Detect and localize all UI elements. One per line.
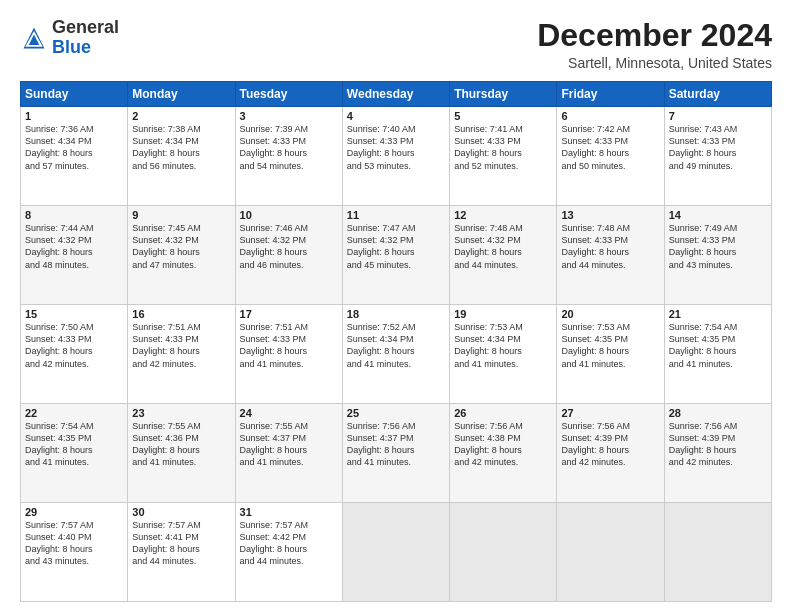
day-number: 30 — [132, 506, 230, 518]
day-cell: 15Sunrise: 7:50 AM Sunset: 4:33 PM Dayli… — [21, 305, 128, 404]
day-info: Sunrise: 7:56 AM Sunset: 4:38 PM Dayligh… — [454, 420, 552, 469]
day-number: 2 — [132, 110, 230, 122]
logo-icon — [20, 24, 48, 52]
day-info: Sunrise: 7:56 AM Sunset: 4:39 PM Dayligh… — [669, 420, 767, 469]
day-cell: 30Sunrise: 7:57 AM Sunset: 4:41 PM Dayli… — [128, 503, 235, 602]
day-number: 10 — [240, 209, 338, 221]
logo: General Blue — [20, 18, 119, 58]
day-info: Sunrise: 7:39 AM Sunset: 4:33 PM Dayligh… — [240, 123, 338, 172]
day-info: Sunrise: 7:40 AM Sunset: 4:33 PM Dayligh… — [347, 123, 445, 172]
day-cell: 18Sunrise: 7:52 AM Sunset: 4:34 PM Dayli… — [342, 305, 449, 404]
day-number: 31 — [240, 506, 338, 518]
day-cell: 2Sunrise: 7:38 AM Sunset: 4:34 PM Daylig… — [128, 107, 235, 206]
day-cell: 27Sunrise: 7:56 AM Sunset: 4:39 PM Dayli… — [557, 404, 664, 503]
col-header-saturday: Saturday — [664, 82, 771, 107]
day-cell: 17Sunrise: 7:51 AM Sunset: 4:33 PM Dayli… — [235, 305, 342, 404]
day-cell: 12Sunrise: 7:48 AM Sunset: 4:32 PM Dayli… — [450, 206, 557, 305]
day-cell: 31Sunrise: 7:57 AM Sunset: 4:42 PM Dayli… — [235, 503, 342, 602]
day-number: 22 — [25, 407, 123, 419]
day-cell: 28Sunrise: 7:56 AM Sunset: 4:39 PM Dayli… — [664, 404, 771, 503]
day-number: 4 — [347, 110, 445, 122]
day-info: Sunrise: 7:46 AM Sunset: 4:32 PM Dayligh… — [240, 222, 338, 271]
day-cell: 6Sunrise: 7:42 AM Sunset: 4:33 PM Daylig… — [557, 107, 664, 206]
day-cell: 10Sunrise: 7:46 AM Sunset: 4:32 PM Dayli… — [235, 206, 342, 305]
day-cell: 21Sunrise: 7:54 AM Sunset: 4:35 PM Dayli… — [664, 305, 771, 404]
day-number: 12 — [454, 209, 552, 221]
day-cell — [557, 503, 664, 602]
calendar-table: SundayMondayTuesdayWednesdayThursdayFrid… — [20, 81, 772, 602]
day-number: 8 — [25, 209, 123, 221]
day-number: 21 — [669, 308, 767, 320]
day-cell — [664, 503, 771, 602]
calendar-header-row: SundayMondayTuesdayWednesdayThursdayFrid… — [21, 82, 772, 107]
day-info: Sunrise: 7:51 AM Sunset: 4:33 PM Dayligh… — [132, 321, 230, 370]
day-info: Sunrise: 7:43 AM Sunset: 4:33 PM Dayligh… — [669, 123, 767, 172]
day-cell: 26Sunrise: 7:56 AM Sunset: 4:38 PM Dayli… — [450, 404, 557, 503]
col-header-sunday: Sunday — [21, 82, 128, 107]
day-info: Sunrise: 7:57 AM Sunset: 4:42 PM Dayligh… — [240, 519, 338, 568]
day-cell — [342, 503, 449, 602]
col-header-thursday: Thursday — [450, 82, 557, 107]
week-row-3: 15Sunrise: 7:50 AM Sunset: 4:33 PM Dayli… — [21, 305, 772, 404]
day-number: 23 — [132, 407, 230, 419]
week-row-5: 29Sunrise: 7:57 AM Sunset: 4:40 PM Dayli… — [21, 503, 772, 602]
day-info: Sunrise: 7:36 AM Sunset: 4:34 PM Dayligh… — [25, 123, 123, 172]
day-number: 27 — [561, 407, 659, 419]
day-info: Sunrise: 7:55 AM Sunset: 4:37 PM Dayligh… — [240, 420, 338, 469]
day-number: 11 — [347, 209, 445, 221]
day-info: Sunrise: 7:45 AM Sunset: 4:32 PM Dayligh… — [132, 222, 230, 271]
day-cell: 11Sunrise: 7:47 AM Sunset: 4:32 PM Dayli… — [342, 206, 449, 305]
main-title: December 2024 — [537, 18, 772, 53]
col-header-wednesday: Wednesday — [342, 82, 449, 107]
day-number: 15 — [25, 308, 123, 320]
day-number: 5 — [454, 110, 552, 122]
col-header-tuesday: Tuesday — [235, 82, 342, 107]
day-info: Sunrise: 7:56 AM Sunset: 4:39 PM Dayligh… — [561, 420, 659, 469]
day-cell: 3Sunrise: 7:39 AM Sunset: 4:33 PM Daylig… — [235, 107, 342, 206]
day-number: 18 — [347, 308, 445, 320]
day-cell: 16Sunrise: 7:51 AM Sunset: 4:33 PM Dayli… — [128, 305, 235, 404]
day-info: Sunrise: 7:56 AM Sunset: 4:37 PM Dayligh… — [347, 420, 445, 469]
day-cell: 19Sunrise: 7:53 AM Sunset: 4:34 PM Dayli… — [450, 305, 557, 404]
day-number: 9 — [132, 209, 230, 221]
day-cell — [450, 503, 557, 602]
day-cell: 5Sunrise: 7:41 AM Sunset: 4:33 PM Daylig… — [450, 107, 557, 206]
day-number: 29 — [25, 506, 123, 518]
day-cell: 9Sunrise: 7:45 AM Sunset: 4:32 PM Daylig… — [128, 206, 235, 305]
day-info: Sunrise: 7:42 AM Sunset: 4:33 PM Dayligh… — [561, 123, 659, 172]
day-cell: 20Sunrise: 7:53 AM Sunset: 4:35 PM Dayli… — [557, 305, 664, 404]
day-cell: 1Sunrise: 7:36 AM Sunset: 4:34 PM Daylig… — [21, 107, 128, 206]
day-number: 24 — [240, 407, 338, 419]
day-info: Sunrise: 7:57 AM Sunset: 4:41 PM Dayligh… — [132, 519, 230, 568]
day-number: 25 — [347, 407, 445, 419]
day-info: Sunrise: 7:47 AM Sunset: 4:32 PM Dayligh… — [347, 222, 445, 271]
day-number: 3 — [240, 110, 338, 122]
title-block: December 2024 Sartell, Minnesota, United… — [537, 18, 772, 71]
day-info: Sunrise: 7:41 AM Sunset: 4:33 PM Dayligh… — [454, 123, 552, 172]
day-cell: 24Sunrise: 7:55 AM Sunset: 4:37 PM Dayli… — [235, 404, 342, 503]
day-info: Sunrise: 7:51 AM Sunset: 4:33 PM Dayligh… — [240, 321, 338, 370]
col-header-monday: Monday — [128, 82, 235, 107]
day-info: Sunrise: 7:48 AM Sunset: 4:33 PM Dayligh… — [561, 222, 659, 271]
day-info: Sunrise: 7:55 AM Sunset: 4:36 PM Dayligh… — [132, 420, 230, 469]
day-info: Sunrise: 7:54 AM Sunset: 4:35 PM Dayligh… — [25, 420, 123, 469]
page: General Blue December 2024 Sartell, Minn… — [0, 0, 792, 612]
header: General Blue December 2024 Sartell, Minn… — [20, 18, 772, 71]
day-info: Sunrise: 7:53 AM Sunset: 4:34 PM Dayligh… — [454, 321, 552, 370]
day-cell: 4Sunrise: 7:40 AM Sunset: 4:33 PM Daylig… — [342, 107, 449, 206]
day-number: 16 — [132, 308, 230, 320]
day-number: 20 — [561, 308, 659, 320]
day-number: 13 — [561, 209, 659, 221]
day-number: 6 — [561, 110, 659, 122]
day-number: 28 — [669, 407, 767, 419]
day-cell: 22Sunrise: 7:54 AM Sunset: 4:35 PM Dayli… — [21, 404, 128, 503]
day-info: Sunrise: 7:53 AM Sunset: 4:35 PM Dayligh… — [561, 321, 659, 370]
logo-blue-text: Blue — [52, 37, 91, 57]
day-number: 26 — [454, 407, 552, 419]
day-cell: 13Sunrise: 7:48 AM Sunset: 4:33 PM Dayli… — [557, 206, 664, 305]
day-info: Sunrise: 7:44 AM Sunset: 4:32 PM Dayligh… — [25, 222, 123, 271]
day-number: 14 — [669, 209, 767, 221]
day-number: 7 — [669, 110, 767, 122]
day-cell: 25Sunrise: 7:56 AM Sunset: 4:37 PM Dayli… — [342, 404, 449, 503]
week-row-1: 1Sunrise: 7:36 AM Sunset: 4:34 PM Daylig… — [21, 107, 772, 206]
